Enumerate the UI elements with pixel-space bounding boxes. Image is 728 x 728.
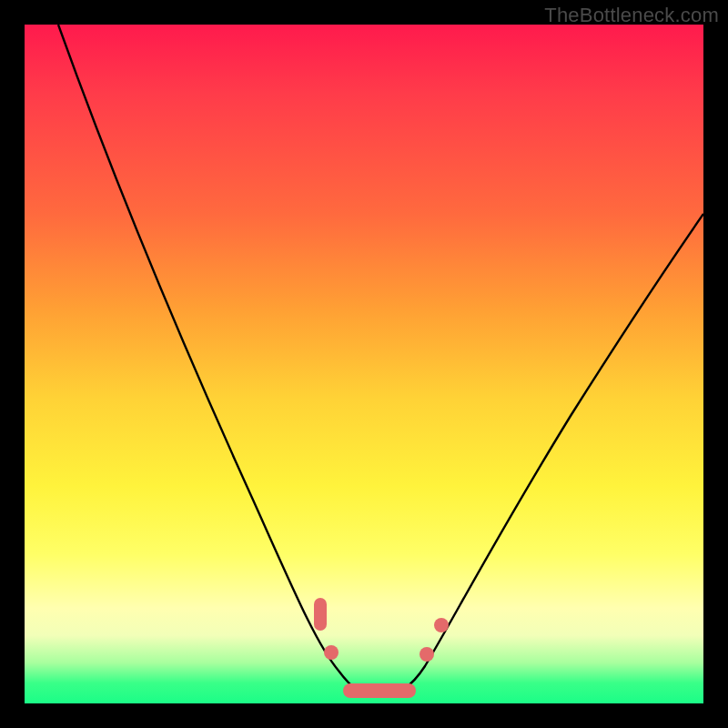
marker-right-2 [434, 618, 449, 632]
marker-left-2 [324, 645, 339, 660]
chart-frame: TheBottleneck.com [0, 0, 728, 728]
bottleneck-curve [25, 25, 703, 703]
curve-path [58, 25, 703, 696]
plot-area [25, 25, 703, 703]
marker-bottom [343, 683, 416, 698]
marker-right-1 [420, 647, 434, 662]
marker-left-1 [314, 598, 327, 631]
